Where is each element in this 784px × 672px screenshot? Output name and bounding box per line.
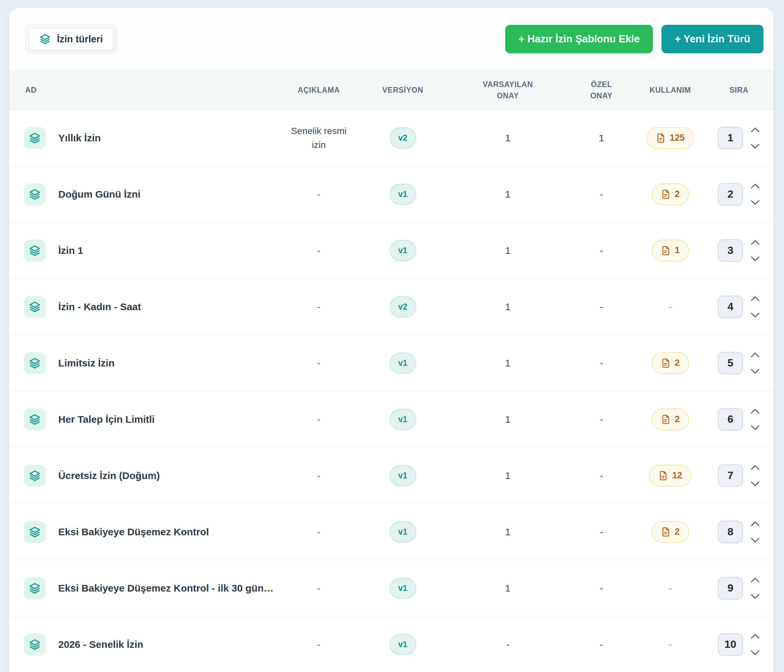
version-cell: v1 (357, 465, 449, 486)
chevron-up-icon[interactable] (750, 408, 760, 414)
chevron-up-icon[interactable] (750, 633, 760, 639)
order-badge: 7 (718, 464, 743, 487)
reorder-controls (750, 633, 760, 656)
special-approval-value: - (567, 301, 636, 313)
version-badge: v1 (390, 634, 416, 655)
reorder-controls (750, 408, 760, 431)
add-leave-type-button[interactable]: + Yeni İzin Türü (661, 25, 764, 53)
leave-type-name: Doğum Günü İzni (58, 189, 147, 200)
document-icon (656, 133, 666, 143)
description-cell: Senelik resmi izin (280, 124, 357, 152)
order-cell: 1 (705, 127, 773, 149)
table-row[interactable]: İzin 1-v11-13 (9, 222, 773, 279)
usage-empty: - (669, 301, 672, 313)
chevron-up-icon[interactable] (750, 296, 760, 302)
order-cell: 6 (705, 408, 773, 431)
order-cell: 3 (705, 240, 773, 262)
order-badge: 5 (718, 352, 743, 374)
table-row[interactable]: Her Talep İçin Limitli-v11-26 (9, 391, 773, 448)
chevron-down-icon[interactable] (750, 143, 760, 149)
table-row[interactable]: Ücretsiz İzin (Doğum)-v11-127 (9, 448, 773, 504)
usage-cell: - (636, 301, 705, 313)
add-template-button[interactable]: + Hazır İzin Şablonu Ekle (505, 25, 653, 53)
leave-type-cell: Eksi Bakiyeye Düşemez Kontrol (9, 521, 280, 543)
version-cell: v2 (357, 128, 449, 149)
order-cell: 8 (705, 521, 773, 543)
table-row[interactable]: Doğum Günü İzni-v11-22 (9, 166, 773, 222)
chevron-up-icon[interactable] (750, 464, 760, 470)
column-header-label: KULLANIM (650, 84, 691, 96)
version-badge: v1 (390, 240, 416, 261)
chevron-down-icon[interactable] (750, 369, 760, 374)
usage-cell: 12 (636, 465, 705, 487)
chevron-down-icon[interactable] (750, 537, 760, 543)
order-badge: 3 (718, 240, 743, 262)
default-approval-value: 1 (449, 414, 567, 425)
chevron-up-icon[interactable] (750, 352, 760, 358)
reorder-controls (750, 577, 760, 599)
usage-badge: 2 (652, 184, 689, 205)
document-icon (661, 527, 671, 537)
usage-cell: 2 (636, 352, 705, 374)
column-header-label: ÖZEL ONAY (583, 79, 620, 102)
chevron-up-icon[interactable] (750, 183, 760, 189)
layers-icon (24, 521, 46, 543)
tab-leave-types[interactable]: İzin türleri (29, 28, 113, 50)
column-header-label: VARSAYILAN ONAY (476, 79, 539, 102)
chevron-down-icon[interactable] (750, 425, 760, 431)
table-row[interactable]: Eksi Bakiyeye Düşemez Kontrol - ilk 30 g… (9, 560, 773, 616)
chevron-down-icon[interactable] (750, 594, 760, 599)
column-header-kullanim: KULLANIM (636, 84, 705, 96)
default-approval-value: - (449, 639, 567, 650)
leave-type-cell: Her Talep İçin Limitli (9, 409, 280, 430)
version-badge: v1 (390, 353, 416, 374)
chevron-up-icon[interactable] (750, 240, 760, 245)
chevron-up-icon[interactable] (750, 521, 760, 527)
order-badge: 2 (718, 183, 743, 205)
description-cell: - (280, 638, 357, 652)
usage-cell: 125 (636, 127, 705, 149)
order-badge: 6 (718, 408, 743, 431)
chevron-down-icon[interactable] (750, 650, 760, 656)
document-icon (661, 414, 671, 425)
toolbar: İzin türleri + Hazır İzin Şablonu Ekle +… (9, 8, 773, 70)
chevron-down-icon[interactable] (750, 481, 760, 487)
column-header-aciklama: AÇIKLAMA (280, 84, 357, 96)
table-row[interactable]: Eksi Bakiyeye Düşemez Kontrol-v11-28 (9, 504, 773, 560)
table-row[interactable]: 2026 - Senelik İzin-v1---10 (9, 616, 773, 672)
chevron-up-icon[interactable] (750, 577, 760, 583)
leave-type-cell: Limitsiz İzin (9, 352, 280, 374)
chevron-down-icon[interactable] (750, 312, 760, 318)
leave-type-name: İzin - Kadın - Saat (58, 301, 148, 313)
document-icon (661, 189, 671, 199)
order-cell: 2 (705, 183, 773, 205)
toolbar-actions: + Hazır İzin Şablonu Ekle + Yeni İzin Tü… (505, 25, 764, 53)
description-cell: - (280, 187, 357, 201)
table-row[interactable]: İzin - Kadın - Saat-v21--4 (9, 279, 773, 335)
usage-empty: - (669, 639, 672, 650)
leave-type-name: Limitsiz İzin (58, 358, 121, 369)
leave-type-cell: Yıllık İzin (9, 127, 280, 149)
leave-type-cell: İzin 1 (9, 240, 280, 261)
reorder-controls (750, 127, 760, 149)
order-badge: 8 (718, 521, 743, 543)
column-header-ad: AD (9, 84, 280, 96)
chevron-up-icon[interactable] (750, 127, 760, 133)
table-row[interactable]: Limitsiz İzin-v11-25 (9, 335, 773, 391)
order-cell: 7 (705, 464, 773, 487)
version-badge: v1 (390, 578, 416, 599)
special-approval-value: - (567, 358, 636, 369)
layers-icon (24, 465, 46, 487)
default-approval-value: 1 (449, 583, 567, 594)
chevron-down-icon[interactable] (750, 200, 760, 205)
usage-count: 1 (675, 245, 680, 255)
version-badge: v2 (390, 296, 416, 317)
description-cell: - (280, 469, 357, 483)
special-approval-value: - (567, 470, 636, 481)
chevron-down-icon[interactable] (750, 256, 760, 262)
default-approval-value: 1 (449, 189, 567, 200)
reorder-controls (750, 521, 760, 543)
table-row[interactable]: Yıllık İzinSenelik resmi izinv2111251 (9, 110, 773, 166)
reorder-controls (750, 352, 760, 374)
table-body: Yıllık İzinSenelik resmi izinv2111251Doğ… (9, 110, 773, 672)
